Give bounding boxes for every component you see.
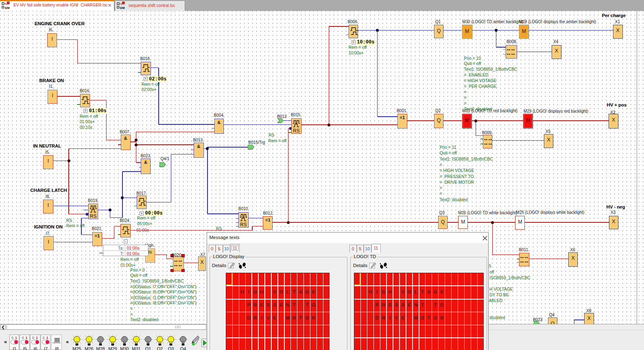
svg-text:M31: M31 — [132, 346, 140, 350]
svg-text:SIM: SIM — [5, 7, 10, 9]
svg-text:SIM: SIM — [120, 7, 125, 9]
svg-text:M30: M30 — [120, 346, 129, 350]
svg-text:Q4: Q4 — [180, 346, 186, 350]
svg-text:Q2: Q2 — [157, 346, 163, 350]
svg-text:Q3: Q3 — [168, 346, 174, 350]
svg-text:M25: M25 — [72, 346, 81, 350]
svg-text:M26: M26 — [85, 346, 93, 350]
svg-text:Q1: Q1 — [145, 346, 151, 350]
svg-text:M29: M29 — [108, 346, 117, 350]
svg-text:M28: M28 — [96, 346, 105, 350]
